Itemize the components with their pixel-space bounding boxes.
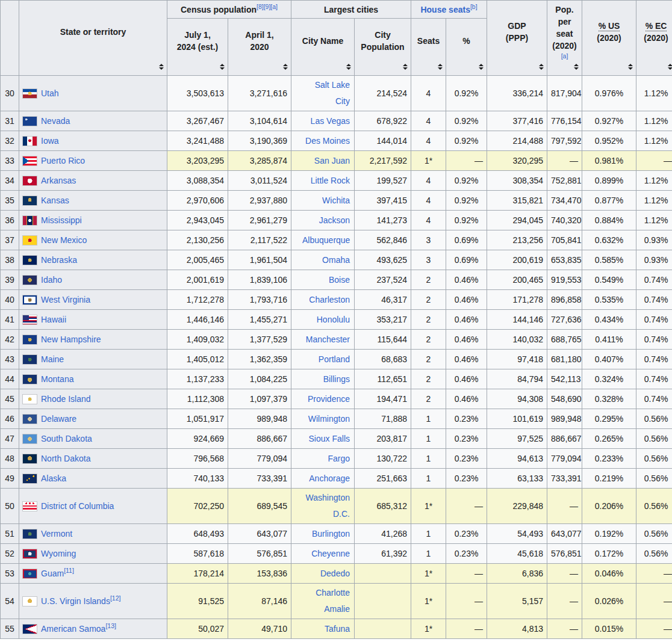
city-name-column-header[interactable]: City Name <box>291 19 355 76</box>
table-row: 34 Arkansas 3,088,354 3,011,524 Little R… <box>1 171 672 191</box>
table-row: 40 West Virginia 1,712,278 1,793,716 Cha… <box>1 290 672 310</box>
city-link[interactable]: Albuquerque <box>302 235 350 245</box>
city-link[interactable]: Dededo <box>320 569 350 578</box>
seats-cell: 2 <box>411 369 446 389</box>
state-link[interactable]: Rhode Island <box>41 394 91 404</box>
city-link[interactable]: Wichita <box>322 196 350 205</box>
city-link[interactable]: Anchorage <box>309 474 350 483</box>
table-row: 48 North Dakota 796,568 779,094 Fargo 13… <box>1 449 672 469</box>
percent-ec-cell: 1.12% <box>636 131 672 151</box>
state-link[interactable]: District of Columbia <box>41 501 114 511</box>
table-row: 41 Hawaii 1,446,146 1,455,271 Honolulu 3… <box>1 310 672 330</box>
state-link[interactable]: Utah <box>41 88 59 98</box>
city-link[interactable]: Salt Lake City <box>315 80 350 106</box>
percent-us-cell: 0.026% <box>582 584 636 619</box>
state-link[interactable]: Montana <box>41 374 73 384</box>
state-link[interactable]: Nevada <box>41 116 70 126</box>
percent-ec-column-header[interactable]: % EC (2020) <box>636 1 672 76</box>
city-link[interactable]: Portland <box>319 354 350 364</box>
city-name-cell: Manchester <box>291 330 355 350</box>
state-link[interactable]: Mississippi <box>41 215 82 225</box>
seats-percent-column-header[interactable]: % <box>446 19 487 76</box>
city-link[interactable]: Billings <box>323 374 350 384</box>
city-link[interactable]: Boise <box>329 275 350 285</box>
population-2024-cell: 740,133 <box>167 469 228 489</box>
state-link[interactable]: Puerto Rico <box>41 156 85 165</box>
population-2024-cell: 91,525 <box>167 584 228 619</box>
seats-cell: 4 <box>411 171 446 191</box>
state-link[interactable]: South Dakota <box>41 434 92 443</box>
state-link[interactable]: New Mexico <box>41 235 87 245</box>
seats-column-header[interactable]: Seats <box>411 19 446 76</box>
city-link[interactable]: Des Moines <box>305 136 350 146</box>
city-link[interactable]: Cheyenne <box>311 549 350 558</box>
house-seats-reference-link[interactable]: [b] <box>470 3 478 10</box>
city-link[interactable]: San Juan <box>314 156 350 165</box>
city-link[interactable]: Jackson <box>319 215 350 225</box>
state-link[interactable]: New Hampshire <box>41 335 101 344</box>
state-cell: Alaska <box>19 469 167 489</box>
city-link[interactable]: Wilmington <box>308 414 350 424</box>
row-number: 51 <box>1 524 19 544</box>
seats-percent-cell: — <box>446 584 487 619</box>
house-seats-link[interactable]: House seats <box>420 5 470 14</box>
state-link[interactable]: Hawaii <box>41 315 66 324</box>
pop-per-seat-cell: 733,391 <box>547 469 582 489</box>
state-link[interactable]: American Samoa <box>41 624 105 634</box>
city-link[interactable]: Fargo <box>328 454 350 463</box>
city-link[interactable]: Honolulu <box>317 315 350 324</box>
state-link[interactable]: Wyoming <box>41 549 76 558</box>
population-2020-cell: 989,948 <box>228 409 291 429</box>
state-link[interactable]: Idaho <box>41 275 62 285</box>
city-link[interactable]: Charlotte Amalie <box>316 588 350 614</box>
pop-per-seat-cell: 643,077 <box>547 524 582 544</box>
percent-ec-cell: — <box>636 151 672 171</box>
state-link[interactable]: Vermont <box>41 529 72 539</box>
city-link[interactable]: Providence <box>308 394 350 404</box>
city-link[interactable]: Washington D.C. <box>306 493 350 519</box>
gdp-cell: 377,416 <box>487 111 547 131</box>
city-link[interactable]: Sioux Falls <box>309 434 350 443</box>
state-reference-link[interactable]: [12] <box>110 594 121 602</box>
city-link[interactable]: Las Vegas <box>311 116 350 126</box>
april-2020-column-header[interactable]: April 1, 2020 <box>228 19 291 76</box>
city-link[interactable]: Burlington <box>312 529 350 539</box>
city-link[interactable]: Manchester <box>306 335 350 344</box>
city-link[interactable]: Little Rock <box>311 176 350 185</box>
state-link[interactable]: North Dakota <box>41 454 90 463</box>
state-link[interactable]: West Virginia <box>41 295 90 304</box>
gdp-column-header[interactable]: GDP (PPP) <box>487 1 547 76</box>
state-link[interactable]: Kansas <box>41 196 69 205</box>
percent-us-column-header[interactable]: % US (2020) <box>582 1 636 76</box>
pop-per-seat-column-header[interactable]: Pop. per seat (2020) [a] <box>547 1 582 76</box>
city-population-column-header[interactable]: City Population <box>355 19 411 76</box>
state-link[interactable]: Delaware <box>41 414 76 424</box>
state-link[interactable]: Maine <box>41 354 64 364</box>
pop-per-seat-reference-link[interactable]: [a] <box>550 52 579 60</box>
seats-cell: 4 <box>411 191 446 211</box>
state-reference-link[interactable]: [13] <box>105 622 116 629</box>
state-reference-link[interactable]: [11] <box>64 567 74 574</box>
city-link[interactable]: Tafuna <box>325 624 350 634</box>
table-row: 36 Mississippi 2,943,045 2,961,279 Jacks… <box>1 211 672 230</box>
city-link[interactable]: Omaha <box>322 255 350 265</box>
city-population-cell: 353,217 <box>355 310 411 330</box>
state-flag-icon <box>23 315 37 324</box>
state-cell: Arkansas <box>19 171 167 191</box>
state-link[interactable]: Iowa <box>41 136 59 146</box>
state-link[interactable]: Guam <box>41 569 64 578</box>
table-row: 44 Montana 1,137,233 1,084,225 Billings … <box>1 369 672 389</box>
state-link[interactable]: Alaska <box>41 474 66 483</box>
state-link[interactable]: U.S. Virgin Islands <box>41 596 110 606</box>
table-row: 47 South Dakota 924,669 886,667 Sioux Fa… <box>1 429 672 449</box>
percent-ec-cell: 0.74% <box>636 350 672 369</box>
state-column-header[interactable]: State or territory <box>19 1 167 76</box>
gdp-cell: 4,813 <box>487 619 547 639</box>
state-link[interactable]: Arkansas <box>41 176 76 185</box>
july-2024-column-header[interactable]: July 1, 2024 (est.) <box>167 19 228 76</box>
city-population-cell: 685,312 <box>355 489 411 524</box>
state-link[interactable]: Nebraska <box>41 255 77 265</box>
house-seats-group-header: House seats[b] <box>411 1 487 19</box>
city-link[interactable]: Charleston <box>309 295 350 304</box>
census-reference-links[interactable]: [8][9][a] <box>257 3 278 10</box>
